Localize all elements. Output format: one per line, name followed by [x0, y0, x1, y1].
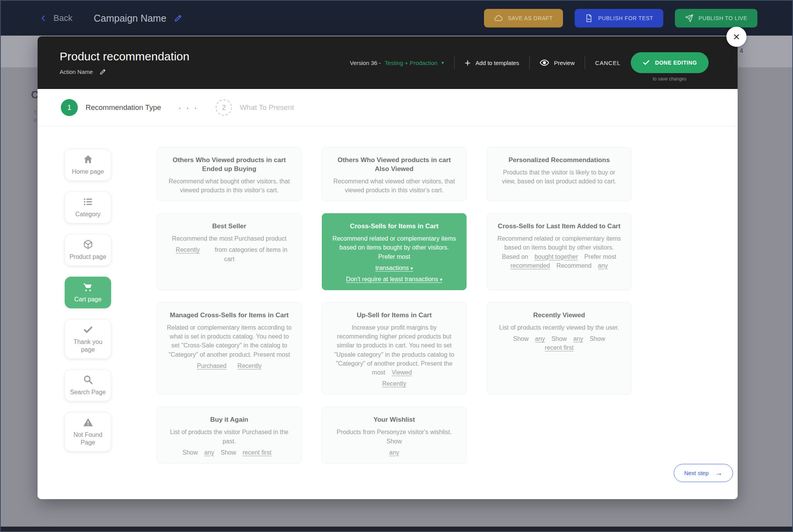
divider	[585, 56, 585, 69]
card-title: Buy it Again	[166, 416, 293, 424]
sidebar-item-label: Product page	[69, 253, 106, 261]
card-title: Recently Viewed	[496, 311, 623, 320]
cancel-button[interactable]: CANCEL	[595, 60, 621, 66]
sidebar-item-category[interactable]: Category	[65, 192, 111, 223]
edit-pencil-icon[interactable]	[173, 14, 183, 23]
card-recently-viewed[interactable]: Recently Viewed List of products recentl…	[487, 302, 632, 395]
recommended-option-link[interactable]: recommended	[510, 261, 550, 270]
card-best-seller[interactable]: Best Seller Recommend the most Purchased…	[157, 213, 302, 290]
card-body: Recommend the most Purchased product	[166, 234, 293, 243]
check-icon	[83, 324, 93, 335]
background-bottom-strip	[1, 527, 792, 531]
recently-option-link[interactable]: Recently	[382, 379, 406, 388]
caret-down-icon: ▾	[410, 265, 413, 271]
card-body: Increase your profit margins by recommen…	[331, 323, 458, 377]
back-label: Back	[53, 13, 72, 23]
require-transactions-dropdown-link[interactable]: Don't require at least transactions ▾	[346, 275, 443, 284]
card-cross-sells-items-in-cart[interactable]: Cross-Sells for Items in Cart Recommend …	[322, 213, 467, 290]
done-editing-button[interactable]: DONE EDITING	[631, 52, 709, 73]
step-2-label: What To Present	[240, 103, 294, 112]
add-to-templates-label: Add to templates	[475, 60, 519, 66]
card-body: Recommend related or complementary items…	[331, 234, 458, 261]
preview-button[interactable]: Preview	[540, 58, 575, 67]
any-option-link[interactable]: any	[598, 261, 608, 270]
add-to-templates-button[interactable]: + Add to templates	[465, 58, 519, 68]
step-1-circle[interactable]: 1	[61, 99, 78, 116]
topbar-actions: SAVE AS DRAFT PUBLISH FOR TEST PUBLISH T…	[484, 1, 757, 36]
card-text: Recommend	[556, 262, 592, 269]
recent-first-option-link[interactable]: recent first	[242, 448, 271, 457]
modal-header: Product recommendation Action Name Versi…	[38, 36, 738, 89]
viewed-option-link[interactable]: Viewed	[391, 368, 412, 377]
transactions-dropdown-link[interactable]: transactions ▾	[375, 263, 413, 272]
card-title: Managed Cross-Sells for Items in Cart	[166, 311, 293, 320]
chevron-left-icon	[39, 14, 47, 22]
sidebar-item-search-page[interactable]: Search Page	[65, 369, 111, 401]
recently-option-link[interactable]: Recently	[237, 361, 261, 370]
background-text-fragment: d	[34, 117, 36, 123]
require-transactions-label: Don't require at least transactions	[346, 276, 438, 282]
bought-together-option-link[interactable]: bought together	[534, 252, 578, 261]
version-status: Testing + Prodaction	[385, 60, 438, 66]
card-others-viewed-ended-up-buying[interactable]: Others Who Viewed products in cart Ended…	[157, 147, 302, 201]
back-button[interactable]: Back	[39, 1, 72, 36]
any-option-link[interactable]: any	[573, 334, 583, 343]
sidebar-item-label: Cart page	[74, 296, 101, 303]
card-text: Show	[590, 335, 605, 342]
step-dots: · · ·	[179, 103, 198, 112]
card-cross-sells-last-item[interactable]: Cross-Sells for Last Item Added to Cart …	[487, 213, 632, 290]
campaign-name-label: Campaign Name	[94, 13, 166, 24]
card-personalized-recommendations[interactable]: Personalized Recommendations Products th…	[487, 147, 632, 201]
card-body: Related or complementary items according…	[166, 323, 293, 359]
preview-label: Preview	[554, 60, 575, 66]
card-up-sell-items-in-cart[interactable]: Up-Sell for Items in Cart Increase your …	[322, 302, 467, 395]
plus-icon: +	[465, 58, 470, 68]
cart-plus-icon	[83, 282, 93, 292]
purchased-option-link[interactable]: Purchased	[197, 361, 227, 370]
check-icon	[642, 59, 650, 67]
card-title: Others Who Viewed products in cart Also …	[331, 156, 458, 174]
recommendation-cards-grid: Others Who Viewed products in cart Ended…	[157, 147, 632, 464]
next-step-label: Next step	[684, 470, 709, 476]
done-editing-wrap: DONE EDITING to save changes	[631, 52, 709, 73]
card-buy-it-again[interactable]: Buy it Again List of products the visito…	[157, 407, 302, 464]
card-body: List of products recently viewed by the …	[496, 323, 623, 332]
publish-to-live-label: PUBLISH TO LIVE	[699, 15, 747, 21]
paper-plane-icon	[685, 14, 693, 22]
recent-first-option-link[interactable]: recent first	[545, 343, 574, 352]
card-body: List of products the visitor Purchased i…	[166, 428, 293, 445]
home-icon	[83, 154, 93, 164]
recently-option-link[interactable]: Recently	[176, 245, 200, 254]
eye-icon	[540, 58, 549, 67]
modal-header-controls: Version 36 - Testing + Prodaction ▾ + Ad…	[350, 52, 709, 73]
card-title: Personalized Recommendations	[496, 156, 623, 165]
card-others-viewed-also-viewed[interactable]: Others Who Viewed products in cart Also …	[322, 147, 467, 201]
close-icon: ×	[733, 30, 740, 43]
sidebar-item-not-found-page[interactable]: Not Found Page	[65, 412, 111, 452]
divider	[529, 56, 530, 69]
card-your-wishlist[interactable]: Your Wishlist Products from Personyze vi…	[322, 407, 467, 464]
edit-pencil-icon[interactable]	[99, 68, 106, 75]
any-option-link[interactable]: any	[204, 448, 215, 457]
version-dropdown[interactable]: Version 36 - Testing + Prodaction ▾	[350, 60, 444, 66]
any-option-link[interactable]: any	[535, 334, 545, 343]
sidebar-item-home-page[interactable]: Home page	[65, 149, 111, 181]
any-option-link[interactable]: any	[389, 448, 399, 457]
action-name-label: Action Name	[60, 68, 93, 75]
publish-for-test-button[interactable]: PUBLISH FOR TEST	[575, 9, 663, 27]
sidebar-item-product-page[interactable]: Product page	[65, 234, 111, 266]
sidebar-item-label: Thank you page	[67, 338, 108, 354]
background-text-fragment: T	[34, 109, 37, 115]
box-icon	[83, 239, 93, 250]
step-2-circle[interactable]: 2	[216, 99, 232, 116]
save-as-draft-button[interactable]: SAVE AS DRAFT	[484, 9, 563, 27]
publish-to-live-button[interactable]: PUBLISH TO LIVE	[675, 9, 757, 27]
transactions-label: transactions	[375, 265, 409, 271]
sidebar-item-cart-page[interactable]: Cart page	[65, 277, 111, 308]
campaign-name: Campaign Name	[94, 1, 183, 36]
close-button[interactable]: ×	[726, 27, 747, 47]
modal-header-left: Product recommendation Action Name	[60, 50, 189, 75]
card-managed-cross-sells[interactable]: Managed Cross-Sells for Items in Cart Re…	[157, 302, 302, 395]
sidebar-item-thank-you-page[interactable]: Thank you page	[65, 319, 111, 359]
next-step-button[interactable]: Next step →	[674, 464, 733, 482]
